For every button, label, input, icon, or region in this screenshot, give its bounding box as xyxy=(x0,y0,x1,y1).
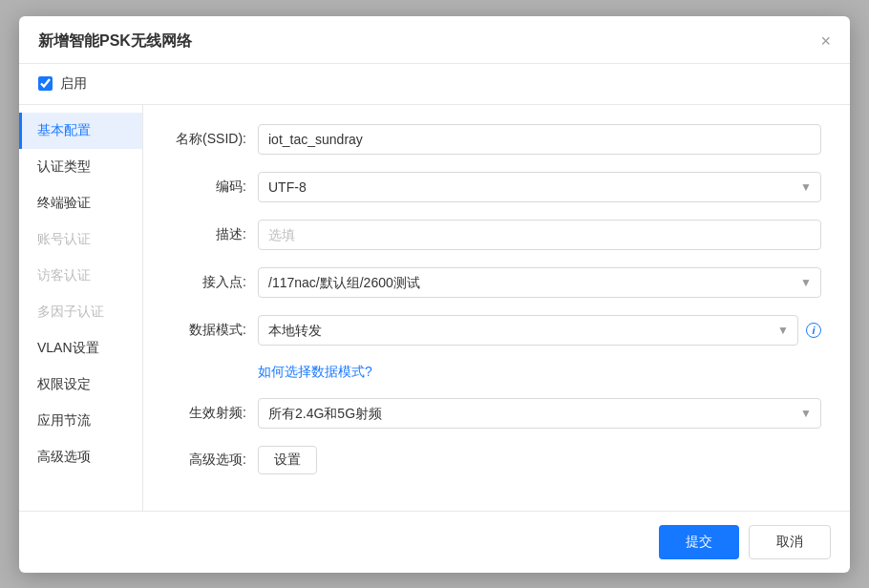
sidebar-item-terminal-verify[interactable]: 终端验证 xyxy=(19,185,142,221)
dialog: 新增智能PSK无线网络 × 启用 基本配置 认证类型 终端验证 账号认证 访客认… xyxy=(19,16,850,573)
ssid-row: 名称(SSID): xyxy=(172,124,821,155)
encoding-row: 编码: UTF-8 GBK ▼ xyxy=(172,172,821,202)
data-mode-inner: 本地转发 集中转发 ▼ i xyxy=(258,315,821,346)
sidebar-item-account-auth: 账号认证 xyxy=(19,221,142,258)
advanced-label: 高级选项: xyxy=(172,452,258,469)
enable-checkbox[interactable] xyxy=(38,76,53,91)
sidebar-item-guest-auth: 访客认证 xyxy=(19,258,142,294)
close-button[interactable]: × xyxy=(820,32,831,50)
access-select-wrap: /117nac/默认组/2600测试 ▼ xyxy=(258,267,821,298)
data-mode-control: 本地转发 集中转发 ▼ i xyxy=(258,315,821,346)
data-mode-row: 数据模式: 本地转发 集中转发 ▼ i xyxy=(172,315,821,346)
data-mode-link-row: 如何选择数据模式? xyxy=(258,363,821,381)
sidebar: 基本配置 认证类型 终端验证 账号认证 访客认证 多因子认证 VLAN设置 权限… xyxy=(19,105,143,511)
description-input[interactable] xyxy=(258,220,821,250)
sidebar-item-permissions[interactable]: 权限设定 xyxy=(19,367,142,403)
dialog-title: 新增智能PSK无线网络 xyxy=(38,32,192,52)
encoding-control: UTF-8 GBK ▼ xyxy=(258,172,821,202)
radio-select[interactable]: 所有2.4G和5G射频 仅2.4G 仅5G xyxy=(258,398,821,429)
advanced-row: 高级选项: 设置 xyxy=(172,446,821,474)
access-label: 接入点: xyxy=(172,274,258,291)
advanced-control: 设置 xyxy=(258,446,821,474)
description-row: 描述: xyxy=(172,220,821,250)
description-label: 描述: xyxy=(172,226,258,243)
dialog-header: 新增智能PSK无线网络 × xyxy=(19,16,850,64)
radio-label: 生效射频: xyxy=(172,405,258,422)
advanced-set-button[interactable]: 设置 xyxy=(258,446,317,474)
sidebar-item-traffic[interactable]: 应用节流 xyxy=(19,403,142,439)
enable-row: 启用 xyxy=(19,64,850,105)
encoding-select[interactable]: UTF-8 GBK xyxy=(258,172,821,202)
content-area: 名称(SSID): 编码: UTF-8 GBK ▼ xyxy=(143,105,850,511)
cancel-button[interactable]: 取消 xyxy=(749,525,831,559)
enable-label: 启用 xyxy=(60,75,87,93)
data-mode-label: 数据模式: xyxy=(172,322,258,339)
radio-row: 生效射频: 所有2.4G和5G射频 仅2.4G 仅5G ▼ xyxy=(172,398,821,429)
sidebar-item-vlan[interactable]: VLAN设置 xyxy=(19,330,142,367)
access-select[interactable]: /117nac/默认组/2600测试 xyxy=(258,267,821,298)
dialog-body: 基本配置 认证类型 终端验证 账号认证 访客认证 多因子认证 VLAN设置 权限… xyxy=(19,105,850,511)
access-row: 接入点: /117nac/默认组/2600测试 ▼ xyxy=(172,267,821,298)
ssid-control xyxy=(258,124,821,155)
radio-select-wrap: 所有2.4G和5G射频 仅2.4G 仅5G ▼ xyxy=(258,398,821,429)
data-mode-select-wrap: 本地转发 集中转发 ▼ xyxy=(258,315,798,346)
radio-control: 所有2.4G和5G射频 仅2.4G 仅5G ▼ xyxy=(258,398,821,429)
data-mode-select[interactable]: 本地转发 集中转发 xyxy=(258,315,798,346)
ssid-label: 名称(SSID): xyxy=(172,131,258,148)
dialog-footer: 提交 取消 xyxy=(19,511,850,573)
encoding-label: 编码: xyxy=(172,178,258,196)
access-control: /117nac/默认组/2600测试 ▼ xyxy=(258,267,821,298)
submit-button[interactable]: 提交 xyxy=(659,525,739,559)
encoding-select-wrap: UTF-8 GBK ▼ xyxy=(258,172,821,202)
description-control xyxy=(258,220,821,250)
sidebar-item-advanced[interactable]: 高级选项 xyxy=(19,439,142,475)
sidebar-item-basic[interactable]: 基本配置 xyxy=(19,113,142,149)
data-mode-link[interactable]: 如何选择数据模式? xyxy=(258,364,372,379)
ssid-input[interactable] xyxy=(258,124,821,155)
info-icon[interactable]: i xyxy=(806,323,821,338)
sidebar-item-multi-factor: 多因子认证 xyxy=(19,294,142,330)
sidebar-item-auth-type[interactable]: 认证类型 xyxy=(19,149,142,185)
